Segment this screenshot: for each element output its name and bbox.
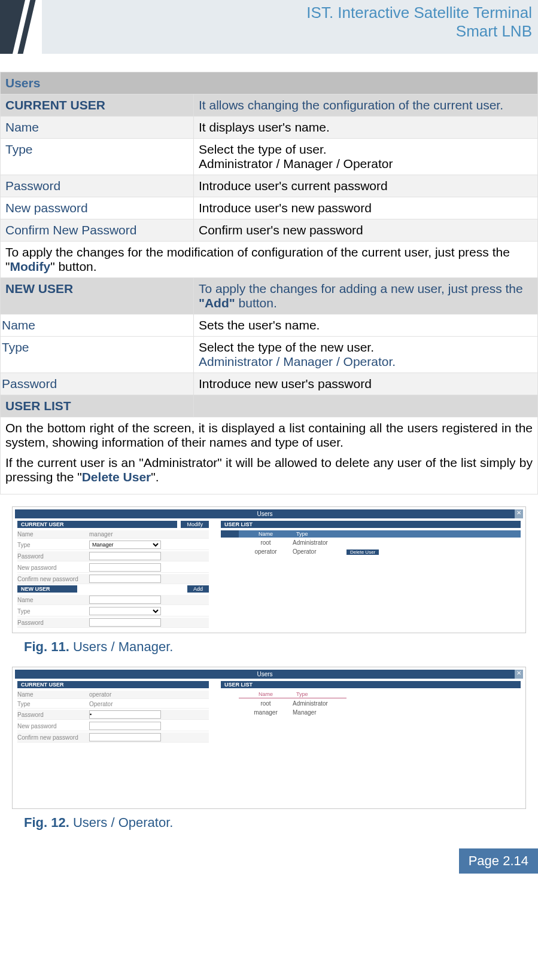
fig11-val-name: manager [89,531,113,538]
fig11-lbl-confpwd: Confirm new password [17,576,89,582]
fig12-lbl-confpwd: Confirm new password [17,734,89,741]
fig11-ui: Users ✕ CURRENT USER Modify Namemanager … [15,509,523,630]
fig11-sec-new: NEW USER [17,585,77,593]
figure-12: Users ✕ CURRENT USER Nameoperator TypeOp… [0,667,538,831]
fig11-lbl-type: Type [17,542,89,548]
brand-slash-icon [0,0,42,54]
delete-user-keyword: Delete User [82,470,151,484]
list-item: operator Operator Delete User [239,548,521,555]
fig12-lbl-type: Type [17,701,89,707]
field-newpwd-label: New password [1,197,194,219]
section-new-user: NEW USER [1,278,194,315]
field-password-label: Password [1,175,194,197]
fig12-r0-type: Administrator [293,700,346,707]
fig12-confpwd-input[interactable] [89,733,161,741]
field-name-label: Name [1,117,194,139]
fig11-lbl-pwd: Password [17,553,89,560]
fig11-confpwd-input[interactable] [89,575,161,583]
fig11-sec-list: USER LIST [221,521,521,528]
header-line-1: IST. Interactive Satellite Terminal [42,4,532,22]
user-list-p1: On the bottom right of the screen, it is… [5,421,533,450]
fig12-sec-list: USER LIST [221,681,521,688]
list-item: manager Manager [239,709,521,716]
close-icon[interactable]: ✕ [515,509,523,518]
fig12-sec-current: CURRENT USER [17,681,209,688]
fig11-list-h-type[interactable]: Type [293,530,346,538]
current-user-note: To apply the changes for the modificatio… [1,242,538,278]
fig12-list-h-type[interactable]: Type [293,691,346,698]
fig11-nu-lbl-type: Type [17,608,89,615]
nu-type-desc: Select the type of the new user. Adminis… [194,337,538,373]
ul-p2-post: ". [151,470,159,484]
fig12-r1-name: manager [239,709,293,716]
delete-user-button[interactable]: Delete User [346,549,379,555]
figure-12-frame: Users ✕ CURRENT USER Nameoperator TypeOp… [12,667,526,809]
section-user-list: USER LIST [1,395,194,417]
field-name-desc: It displays user's name. [194,117,538,139]
field-confpwd-label: Confirm New Password [1,219,194,242]
page-header: IST. Interactive Satellite Terminal Smar… [0,0,538,54]
fig11-list-h-name[interactable]: Name [239,530,293,538]
fig11-lbl-newpwd: New password [17,564,89,571]
note-post: " button. [50,259,97,273]
modify-keyword: Modify [10,259,50,273]
nu-pwd-label: Password [1,373,194,395]
field-type-desc-2: Administrator / Manager / Operator [199,157,393,170]
fig12-lbl-newpwd: New password [17,723,89,729]
fig11-type-select[interactable]: Manager [89,541,161,549]
fig11-nu-pwd-input[interactable] [89,618,161,627]
fig12-cap: Users / Operator. [69,815,174,830]
fig12-lbl-name: Name [17,691,89,698]
user-list-p2: If the current user is an "Administrator… [5,456,533,484]
add-button[interactable]: Add [187,585,209,593]
table-title: Users [1,72,538,94]
figure-11-frame: Users ✕ CURRENT USER Modify Namemanager … [12,506,526,633]
fig11-num: Fig. 11. [24,639,69,654]
figure-11-caption: Fig. 11. Users / Manager. [12,633,526,655]
fig12-pwd-input[interactable] [89,710,161,719]
list-item: root Administrator [239,700,521,707]
fig11-titlebar: Users [15,509,515,518]
figure-11: Users ✕ CURRENT USER Modify Namemanager … [0,506,538,655]
fig12-val-type: Operator [89,701,113,707]
fig12-r1-type: Manager [293,709,346,716]
nu-name-desc: Sets the user's name. [194,315,538,337]
nu-pwd-desc: Introduce new user's password [194,373,538,395]
header-line-2: Smart LNB [42,22,532,41]
fig12-val-name: operator [89,691,111,698]
field-confpwd-desc: Confirm user's new password [194,219,538,242]
fig11-r0-type: Administrator [293,539,346,546]
fig11-newpwd-input[interactable] [89,563,161,572]
fig11-nu-type-select[interactable] [89,607,161,615]
nu-type-desc-2: Administrator / Manager / Operator. [199,355,396,368]
section-new-user-desc: To apply the changes for adding a new us… [194,278,538,315]
fig12-newpwd-input[interactable] [89,722,161,730]
user-list-note: On the bottom right of the screen, it is… [1,417,538,494]
nu-type-label: Type [1,337,194,373]
page-number: Page 2.14 [459,848,538,874]
fig11-pwd-input[interactable] [89,552,161,560]
fig11-lbl-name: Name [17,531,89,538]
section-user-list-blank [194,395,538,417]
fig11-sec-current: CURRENT USER [17,521,177,528]
field-password-desc: Introduce user's current password [194,175,538,197]
section-current-user-desc: It allows changing the configuration of … [194,94,538,117]
modify-button[interactable]: Modify [181,521,209,528]
fig12-titlebar: Users [15,670,515,679]
section-current-user: CURRENT USER [1,94,194,117]
field-newpwd-desc: Introduce user's new password [194,197,538,219]
field-type-desc-1: Select the type of user. [199,142,327,156]
list-item: root Administrator [239,539,521,547]
fig12-lbl-pwd: Password [17,712,89,718]
fig12-ui: Users ✕ CURRENT USER Nameoperator TypeOp… [15,670,523,806]
fig12-list-h-name[interactable]: Name [239,691,293,698]
newuser-desc-pre: To apply the changes for adding a new us… [199,282,523,295]
fig11-r0-name: root [239,539,293,546]
fig11-cap: Users / Manager. [69,639,174,654]
fig11-nu-lbl-name: Name [17,597,89,603]
fig11-nu-name-input[interactable] [89,596,161,604]
fig11-nu-lbl-pwd: Password [17,619,89,626]
close-icon[interactable]: ✕ [515,670,523,679]
fig11-r1-type: Operator [293,548,346,555]
nu-name-label: Name [1,315,194,337]
